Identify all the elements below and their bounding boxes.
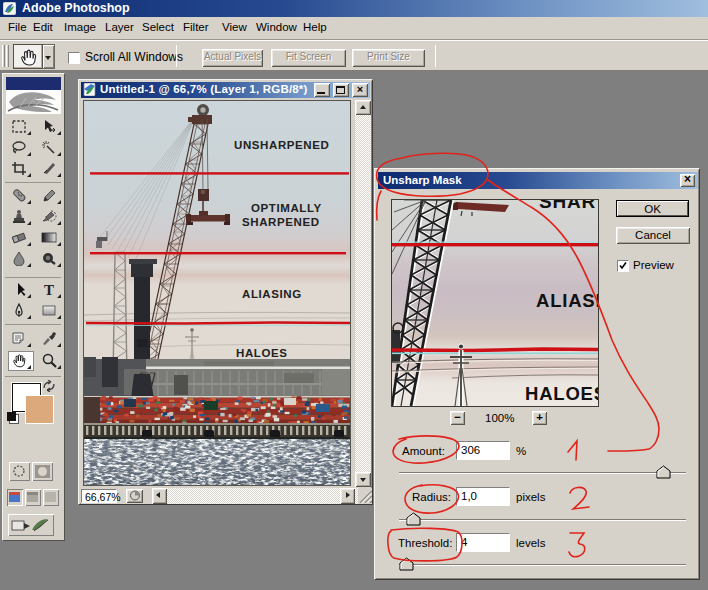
svg-text:HALOES: HALOES [525,383,598,404]
svg-text:SHAR: SHAR [539,200,596,212]
svg-text:T: T [44,282,54,297]
svg-text:ALIASIN: ALIASIN [536,290,598,311]
svg-text:HALOES: HALOES [236,347,288,359]
svg-text:SHARPENED: SHARPENED [242,216,320,228]
svg-text:ALIASING: ALIASING [242,288,302,300]
svg-text:OPTIMALLY: OPTIMALLY [251,202,322,214]
svg-text:UNSHARPENED: UNSHARPENED [234,139,329,151]
